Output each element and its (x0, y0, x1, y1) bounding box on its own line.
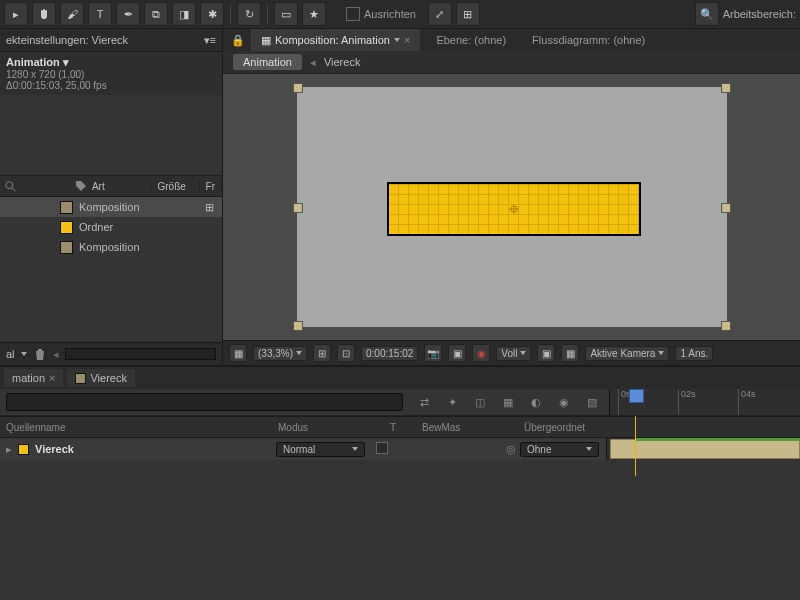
breadcrumb-active[interactable]: Animation (233, 54, 302, 70)
lock-icon[interactable]: 🔒 (231, 34, 245, 47)
col-art[interactable]: Art (86, 181, 152, 192)
views-dropdown[interactable]: 1 Ans. (675, 346, 713, 361)
graph-icon[interactable]: ◉ (555, 393, 573, 411)
item-swatch (60, 201, 73, 214)
handle-r[interactable] (721, 203, 731, 213)
motion-blur-icon[interactable]: ▦ (499, 393, 517, 411)
snap-icon[interactable]: ⤢ (428, 2, 452, 26)
col-fr[interactable]: Fr (200, 181, 222, 192)
snapshot-icon[interactable]: 📷 (424, 344, 442, 362)
trash-icon[interactable] (33, 347, 47, 361)
item-swatch (60, 221, 73, 234)
col-t[interactable]: T (384, 422, 416, 433)
channel-icon[interactable]: ▣ (448, 344, 466, 362)
time-display[interactable]: 0:00:15:02 (361, 346, 418, 361)
timeline-tab[interactable]: Viereck (67, 369, 134, 387)
layer-bar[interactable] (610, 439, 800, 459)
col-source[interactable]: Quellenname (0, 422, 272, 433)
camera-dropdown[interactable]: Aktive Kamera (585, 346, 669, 361)
handle-l[interactable] (293, 203, 303, 213)
layer-name[interactable]: Viereck (35, 443, 74, 455)
canvas[interactable] (223, 74, 800, 340)
text-tool[interactable]: T (88, 2, 112, 26)
panel-menu-icon[interactable]: ▾≡ (204, 34, 216, 47)
selection-tool[interactable]: ▸ (4, 2, 28, 26)
composition-bg[interactable] (297, 87, 727, 327)
comp-resolution: 1280 x 720 (1,00) (6, 69, 216, 80)
breadcrumb-item[interactable]: Viereck (324, 56, 360, 68)
handle-br[interactable] (721, 321, 731, 331)
guides-icon[interactable]: ⊡ (337, 344, 355, 362)
comp-name[interactable]: Animation ▾ (6, 56, 216, 69)
rect-tool[interactable]: ▭ (274, 2, 298, 26)
roi-icon[interactable]: ▣ (537, 344, 555, 362)
parent-dropdown[interactable]: Ohne (520, 442, 599, 457)
close-icon[interactable]: × (49, 372, 55, 384)
col-parent[interactable]: Übergeordnet (518, 422, 640, 433)
viewer-tab-comp[interactable]: ▦ Komposition: Animation × (251, 29, 420, 51)
project-tab[interactable]: ekteinstellungen: Viereck (6, 34, 128, 46)
item-type: Komposition (79, 201, 140, 213)
col-bewmas[interactable]: BewMas (416, 422, 518, 433)
snap2-icon[interactable]: ⊞ (456, 2, 480, 26)
comp-duration: Δ0:00:15:03, 25,00 fps (6, 80, 216, 91)
zoom-dropdown[interactable]: (33,3%) (253, 346, 307, 361)
shape-viereck[interactable] (387, 182, 641, 236)
handle-tl[interactable] (293, 83, 303, 93)
comp-icon: ▦ (261, 34, 271, 47)
playhead-line (635, 416, 636, 476)
item-type: Ordner (79, 221, 113, 233)
timeline-search[interactable] (6, 393, 403, 411)
search-icon[interactable]: 🔍 (695, 2, 719, 26)
viewer-tab-layer[interactable]: Ebene: (ohne) (426, 29, 516, 51)
flowchart-icon[interactable]: ⊞ (205, 201, 214, 214)
separator (230, 4, 231, 24)
eraser-tool[interactable]: ◨ (172, 2, 196, 26)
separator (267, 4, 268, 24)
clone-tool[interactable]: ⧉ (144, 2, 168, 26)
dropdown-icon[interactable] (21, 352, 27, 356)
color-icon[interactable]: ◉ (472, 344, 490, 362)
col-mode[interactable]: Modus (272, 422, 384, 433)
always-preview-icon[interactable]: ▦ (229, 344, 247, 362)
footer-label: al (6, 348, 15, 360)
handle-bl[interactable] (293, 321, 303, 331)
graph2-icon[interactable]: ▧ (583, 393, 601, 411)
frame-blend-icon[interactable]: ◫ (471, 393, 489, 411)
viewer-tab-flowchart[interactable]: Flussdiagramm: (ohne) (522, 29, 655, 51)
grid-icon[interactable]: ⊞ (313, 344, 331, 362)
rotate-tool[interactable]: ↻ (237, 2, 261, 26)
project-row[interactable]: Komposition (0, 237, 222, 257)
timeline-panel: mation × Viereck ⇄ ✦ ◫ ▦ ◐ ◉ ▧ 0s 02s 04… (0, 365, 800, 600)
project-row[interactable]: Ordner (0, 217, 222, 237)
transparency-icon[interactable]: ▦ (561, 344, 579, 362)
close-icon[interactable]: × (404, 34, 410, 46)
scrollbar[interactable] (65, 348, 216, 360)
resolution-dropdown[interactable]: Voll (496, 346, 531, 361)
pen-tool[interactable]: ✒ (116, 2, 140, 26)
puppet-tool[interactable]: ✱ (200, 2, 224, 26)
mode-dropdown[interactable]: Normal (276, 442, 365, 457)
viewer-tabs: 🔒 ▦ Komposition: Animation × Ebene: (ohn… (223, 29, 800, 51)
brush-tool[interactable]: 🖌 (60, 2, 84, 26)
align-checkbox[interactable] (346, 7, 360, 21)
hand-tool[interactable] (32, 2, 56, 26)
col-size[interactable]: Größe (151, 181, 199, 192)
comp-icon (75, 373, 86, 384)
handle-tr[interactable] (721, 83, 731, 93)
star-tool[interactable]: ★ (302, 2, 326, 26)
t-checkbox[interactable] (376, 442, 388, 454)
search-icon[interactable] (4, 179, 16, 193)
work-area[interactable] (635, 438, 800, 441)
shy-icon[interactable]: ⇄ (415, 393, 433, 411)
playhead[interactable] (629, 389, 644, 403)
label-icon[interactable] (75, 180, 86, 192)
timeline-tab[interactable]: mation × (4, 369, 63, 387)
timeline-layer[interactable]: ▸ Viereck Normal ◎ Ohne (0, 438, 800, 460)
align-label: Ausrichten (364, 8, 416, 20)
pickwhip-icon[interactable]: ◎ (506, 443, 516, 456)
timeline-columns: Quellenname Modus T BewMas Übergeordnet (0, 416, 800, 438)
brain-icon[interactable]: ◐ (527, 393, 545, 411)
fx-icon[interactable]: ✦ (443, 393, 461, 411)
project-row[interactable]: Komposition ⊞ (0, 197, 222, 217)
